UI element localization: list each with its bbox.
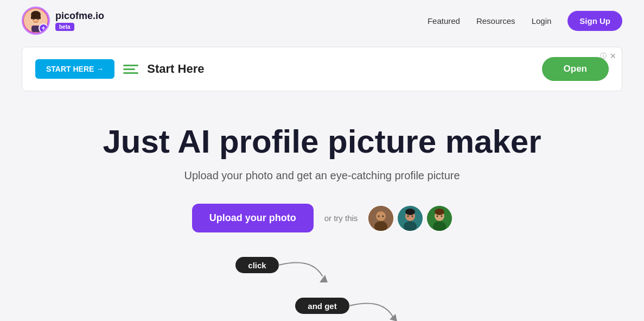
nav: Featured Resources Login Sign Up — [428, 11, 622, 31]
svg-point-17 — [412, 215, 413, 217]
svg-text:and get: and get — [308, 301, 336, 311]
sample-avatars — [368, 206, 452, 231]
ad-open-button[interactable]: Open — [542, 57, 609, 81]
arrow-illustration: click and get — [187, 254, 458, 321]
header: + picofme.io beta Featured Resources Log… — [0, 0, 644, 41]
logo-avatar[interactable]: + — [22, 7, 50, 35]
svg-point-24 — [435, 209, 444, 215]
ad-left: START HERE → Start Here — [35, 59, 204, 79]
main-content: Just AI profile picture maker Upload you… — [0, 102, 644, 321]
sample-avatar-1[interactable] — [368, 206, 393, 231]
svg-rect-4 — [31, 16, 41, 19]
beta-badge: beta — [55, 23, 74, 31]
svg-text:click: click — [248, 261, 266, 270]
ad-title: Start Here — [147, 62, 204, 76]
sample-avatar-2[interactable] — [398, 206, 423, 231]
svg-point-12 — [382, 215, 384, 217]
upload-photo-button[interactable]: Upload your photo — [192, 204, 314, 232]
or-try-text: or try this — [324, 213, 358, 223]
svg-point-5 — [33, 18, 35, 20]
svg-point-11 — [378, 215, 380, 217]
ad-start-button[interactable]: START HERE → — [35, 59, 114, 79]
main-title: Just AI profile picture maker — [11, 124, 633, 160]
ad-banner: START HERE → Start Here Open ⓘ ✕ — [22, 47, 622, 91]
svg-point-18 — [405, 209, 415, 215]
ad-info-icon[interactable]: ⓘ — [600, 52, 607, 61]
signup-button[interactable]: Sign Up — [568, 11, 622, 31]
main-subtitle: Upload your photo and get an eye-catchin… — [11, 169, 633, 182]
ad-close-icon[interactable]: ✕ — [610, 52, 616, 60]
nav-featured[interactable]: Featured — [428, 16, 460, 26]
logo-text-area: picofme.io beta — [55, 10, 104, 31]
svg-point-16 — [407, 215, 409, 217]
svg-marker-30 — [390, 314, 397, 321]
ad-icon — [123, 65, 138, 74]
nav-login[interactable]: Login — [532, 16, 552, 26]
sample-avatar-3[interactable] — [427, 206, 452, 231]
logo-area: + picofme.io beta — [22, 7, 104, 35]
avatar-plus-icon: + — [39, 23, 48, 33]
annotation-area: click and get — [187, 254, 458, 321]
svg-marker-27 — [320, 275, 328, 282]
nav-resources[interactable]: Resources — [476, 16, 515, 26]
svg-point-22 — [437, 215, 438, 217]
upload-area: Upload your photo or try this — [11, 204, 633, 232]
svg-point-6 — [37, 18, 39, 20]
svg-point-9 — [376, 211, 386, 221]
svg-point-23 — [441, 215, 443, 217]
logo-text: picofme.io — [55, 10, 104, 22]
